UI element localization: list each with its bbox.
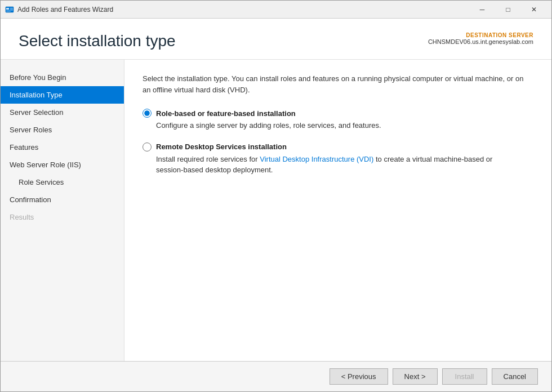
remote-desktop-desc: Install required role services for Virtu… [143,154,514,176]
wizard-window: Add Roles and Features Wizard ─ □ ✕ Sele… [0,0,552,392]
role-based-title: Role-based or feature-based installation [156,109,296,118]
sidebar-item-web-server-role[interactable]: Web Server Role (IIS) [1,156,124,173]
previous-button[interactable]: < Previous [330,368,388,385]
destination-name: CHNSMDEV06.us.int.genesyslab.com [428,38,533,45]
remote-desktop-option: Remote Desktop Services installation Ins… [143,142,533,176]
wizard-footer: < Previous Next > Install Cancel [1,361,551,391]
svg-rect-3 [10,9,13,10]
wizard-content: Select installation type DESTINATION SER… [1,19,551,391]
role-based-radio[interactable] [143,109,152,118]
sidebar-item-role-services[interactable]: Role Services [1,173,124,191]
sidebar: Before You Begin Installation Type Serve… [1,60,124,361]
install-button[interactable]: Install [442,368,487,385]
sidebar-item-confirmation[interactable]: Confirmation [1,191,124,208]
sidebar-item-features[interactable]: Features [1,139,124,156]
next-button[interactable]: Next > [393,368,438,385]
main-area: Before You Begin Installation Type Serve… [1,60,551,361]
window-controls: ─ □ ✕ [469,1,547,19]
installation-type-options: Role-based or feature-based installation… [143,109,533,176]
main-content: Select the installation type. You can in… [124,60,551,361]
remote-desktop-header: Remote Desktop Services installation [143,142,533,152]
app-icon [5,5,14,14]
maximize-button[interactable]: □ [495,1,521,19]
destination-server-info: DESTINATION SERVER CHNSMDEV06.us.int.gen… [428,32,533,45]
role-based-desc: Configure a single server by adding role… [143,120,514,131]
svg-rect-4 [6,10,13,11]
svg-rect-2 [10,8,13,8]
minimize-button[interactable]: ─ [469,1,495,19]
close-button[interactable]: ✕ [521,1,547,19]
page-title: Select installation type [19,32,176,50]
destination-label: DESTINATION SERVER [428,32,533,38]
vdi-highlight: Virtual Desktop Infrastructure (VDI) [260,155,373,163]
sidebar-item-results: Results [1,208,124,226]
role-based-header: Role-based or feature-based installation [143,109,533,118]
remote-desktop-title: Remote Desktop Services installation [156,142,287,151]
sidebar-item-server-selection[interactable]: Server Selection [1,104,124,121]
svg-rect-1 [6,8,9,10]
sidebar-item-before-you-begin[interactable]: Before You Begin [1,69,124,86]
sidebar-item-installation-type[interactable]: Installation Type [1,86,124,104]
cancel-button[interactable]: Cancel [492,368,538,385]
intro-text: Select the installation type. You can in… [143,73,526,95]
titlebar: Add Roles and Features Wizard ─ □ ✕ [1,1,551,19]
window-title: Add Roles and Features Wizard [17,6,469,14]
remote-desktop-radio[interactable] [143,142,152,152]
wizard-header: Select installation type DESTINATION SER… [1,19,551,60]
svg-rect-5 [6,11,11,12]
role-based-option: Role-based or feature-based installation… [143,109,533,131]
sidebar-item-server-roles[interactable]: Server Roles [1,121,124,139]
